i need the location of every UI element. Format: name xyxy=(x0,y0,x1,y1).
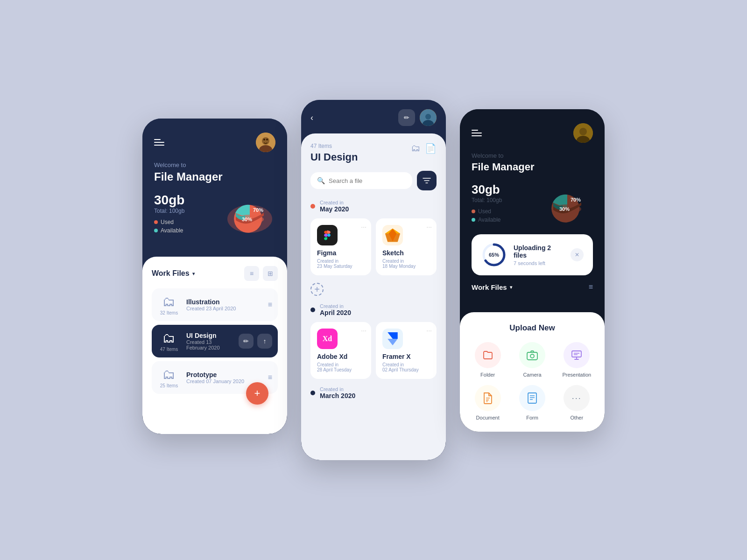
avatar-dark[interactable] xyxy=(573,123,593,143)
work-files-title: Work Files ▾ xyxy=(152,269,195,278)
upload-grid: Folder Camera xyxy=(469,342,595,420)
items-count: 32 Items xyxy=(160,310,178,315)
used-label: Used xyxy=(161,219,174,225)
timeline-may: Created in May 2020 ··· xyxy=(310,200,437,296)
timeline-april-labels: Created in April 2020 xyxy=(320,303,351,316)
avatar-phone2[interactable] xyxy=(420,109,437,126)
legend-used: Used xyxy=(154,219,210,225)
close-upload-button[interactable]: ✕ xyxy=(571,248,584,261)
march-month: March 2020 xyxy=(320,392,355,399)
svg-text:70%: 70% xyxy=(571,197,581,203)
chevron-down-icon[interactable]: ▾ xyxy=(192,271,195,276)
figma-name: Figma xyxy=(317,249,365,257)
chevron-dark-icon[interactable]: ▾ xyxy=(510,285,512,290)
document-icon-upload xyxy=(483,392,493,404)
folder-title-wrap: 47 Items UI Design xyxy=(310,143,358,163)
xd-created-label: Created in xyxy=(317,362,365,367)
file-name-proto: Prototype xyxy=(186,371,262,378)
hamburger-menu[interactable] xyxy=(154,139,164,146)
plus-icon: + xyxy=(254,387,261,399)
file-icon-wrap: 🗂 32 Items xyxy=(157,294,181,315)
work-files-dark-header: Work Files ▾ ≡ xyxy=(472,283,593,297)
file-item-illustration[interactable]: 🗂 32 Items Illustration Created 23 April… xyxy=(152,288,278,321)
work-files-header: Work Files ▾ ≡ ⊞ xyxy=(152,266,278,281)
avail-label: Available xyxy=(161,227,183,234)
storage-dark-info: 30gb Total: 100gb Used Available xyxy=(472,182,528,225)
app-title-dark: File Manager xyxy=(472,161,593,173)
progress-percent: 65% xyxy=(489,252,499,258)
svg-marker-22 xyxy=(388,339,398,345)
add-file-button-may[interactable]: + xyxy=(310,283,324,296)
storage-dark-section: 30gb Total: 100gb Used Available xyxy=(472,182,593,225)
file-info: Illustration Created 23 April 2020 xyxy=(186,298,262,311)
back-button[interactable]: ‹ xyxy=(310,113,313,123)
upload-panel: Upload New Folder xyxy=(460,312,605,432)
upload-subtitle: 7 seconds left xyxy=(514,260,564,266)
folder-type-icon[interactable]: 🗂 xyxy=(411,143,420,154)
folder-header: 47 Items UI Design 🗂 📄 xyxy=(310,143,437,163)
sketch-name: Sketch xyxy=(382,249,430,257)
folder-icon-upload xyxy=(482,350,493,361)
file-menu-icon[interactable]: ≡ xyxy=(268,301,272,309)
file-item-uidesign[interactable]: 🗂 47 Items UI Design Created 13 February… xyxy=(152,325,278,357)
form-icon-upload xyxy=(527,392,537,404)
hamburger-menu-dark[interactable] xyxy=(472,130,482,136)
add-file-button[interactable]: + xyxy=(246,382,268,405)
pie-chart-dark: 70% 30% xyxy=(537,183,593,225)
card-menu-icon[interactable]: ··· xyxy=(361,223,366,231)
timeline-april-header: Created in April 2020 xyxy=(310,303,437,316)
edit-icon[interactable]: ✏ xyxy=(239,334,254,349)
camera-label: Camera xyxy=(523,372,541,378)
card-menu-sketch[interactable]: ··· xyxy=(426,223,432,231)
sketch-date: 18 May Monday xyxy=(382,264,430,269)
search-input[interactable] xyxy=(329,177,406,184)
upload-presentation[interactable]: Presentation xyxy=(558,342,595,378)
card-menu-framer[interactable]: ··· xyxy=(426,327,432,334)
items-count-proto: 25 Items xyxy=(160,383,178,388)
action-icons: ✏ ↑ xyxy=(239,334,272,349)
file-menu-proto[interactable]: ≡ xyxy=(268,373,272,382)
file-card-figma[interactable]: ··· Figma Created in 23 xyxy=(310,218,371,275)
upload-document[interactable]: Document xyxy=(469,385,506,420)
list-icon-dark[interactable]: ≡ xyxy=(589,283,593,291)
filter-icon xyxy=(423,177,431,184)
phone-2: ‹ ✏ 47 Items UI Design 🗂 📄 xyxy=(301,100,446,460)
created-in-label: Created in xyxy=(320,200,349,205)
file-card-framer[interactable]: ··· Framer X Created in 02 April Thursda… xyxy=(376,322,437,379)
file-card-sketch[interactable]: ··· Sketch Created xyxy=(376,218,437,275)
edit-button[interactable]: ✏ xyxy=(398,109,415,126)
app-title: File Manager xyxy=(154,170,275,183)
share-icon[interactable]: ↑ xyxy=(257,334,272,349)
svg-point-10 xyxy=(425,114,431,119)
view-toggle: ≡ ⊞ xyxy=(244,266,278,281)
upload-form[interactable]: Form xyxy=(514,385,550,420)
xd-name: Adobe Xd xyxy=(317,353,365,360)
file-date-proto: Created 07 January 2020 xyxy=(186,378,262,384)
xd-app-icon: Xd xyxy=(317,329,338,349)
card-menu-xd[interactable]: ··· xyxy=(361,327,366,334)
folder-icon-proto: 🗂 xyxy=(162,367,176,382)
timeline-dot-may xyxy=(310,204,315,209)
file-type-icon[interactable]: 📄 xyxy=(425,143,437,154)
search-icon: 🔍 xyxy=(317,177,325,184)
search-input-wrap: 🔍 xyxy=(310,172,412,189)
upload-folder[interactable]: Folder xyxy=(469,342,506,378)
filter-button[interactable] xyxy=(417,171,437,190)
upload-camera[interactable]: Camera xyxy=(514,342,550,378)
avatar[interactable] xyxy=(256,133,275,152)
document-label: Document xyxy=(476,415,500,420)
storage-section: 30gb Total: 100gb Used Available xyxy=(154,193,275,236)
grid-view-button[interactable]: ⊞ xyxy=(263,266,278,281)
svg-text:70%: 70% xyxy=(253,207,263,213)
file-card-xd[interactable]: ··· Xd Adobe Xd Created in 28 April Tues… xyxy=(310,322,371,379)
upload-other[interactable]: ··· Other xyxy=(558,385,595,420)
storage-dark-total: Total: 100gb xyxy=(472,197,528,203)
form-upload-icon-wrap xyxy=(519,385,545,411)
items-label: 47 Items xyxy=(310,143,358,149)
dark-avail-dot xyxy=(472,218,475,222)
april-month: April 2020 xyxy=(320,309,351,316)
upload-notification: 65% Uploading 2 files 7 seconds left ✕ xyxy=(472,234,593,275)
svg-text:30%: 30% xyxy=(559,206,570,212)
other-label: Other xyxy=(571,415,584,420)
list-view-button[interactable]: ≡ xyxy=(244,266,259,281)
